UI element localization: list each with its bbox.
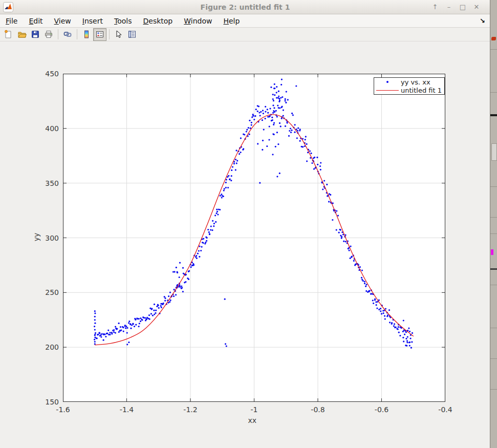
scatter-point	[225, 182, 227, 183]
scatter-point	[365, 290, 367, 292]
scatter-point	[410, 337, 412, 339]
scatter-point	[94, 323, 96, 324]
scatter-point	[120, 329, 122, 331]
menu-desktop[interactable]: Desktop	[138, 15, 179, 27]
scatter-point	[272, 94, 274, 95]
scatter-point	[239, 153, 240, 155]
insert-colorbar-button[interactable]	[80, 28, 93, 41]
property-editor-button[interactable]	[125, 28, 139, 41]
scatter-point	[272, 104, 274, 106]
scatter-point	[221, 197, 223, 198]
scatter-point	[223, 196, 224, 197]
scatter-point	[320, 169, 321, 170]
y-axis-label: yy	[32, 232, 40, 241]
scatter-point	[412, 332, 413, 334]
edit-plot-button[interactable]	[112, 28, 125, 41]
menu-view[interactable]: View	[49, 15, 77, 27]
scatter-point	[389, 322, 391, 323]
scatter-point	[163, 303, 164, 304]
maximize-window-button[interactable]: □	[458, 3, 467, 12]
scatter-point	[109, 334, 111, 335]
scatter-point	[190, 266, 192, 268]
scatter-point	[94, 339, 95, 340]
scatter-point	[196, 258, 198, 259]
background-red-mark	[491, 37, 496, 40]
scatter-point	[94, 312, 96, 314]
scatter-point	[288, 135, 290, 137]
legend-label: yy vs. xx	[401, 78, 430, 86]
scatter-point	[154, 313, 155, 315]
scatter-point	[276, 86, 277, 88]
figure-window: Figure 2: untitled fit 1 ↑–□✕ FileEditVi…	[0, 0, 491, 448]
scatter-point	[211, 229, 213, 231]
y-tick-label: 150	[38, 398, 59, 406]
scatter-point	[343, 241, 344, 242]
scatter-point	[113, 331, 115, 333]
close-window-button[interactable]: ✕	[472, 3, 481, 12]
scatter-point	[205, 242, 206, 243]
scatter-point	[223, 190, 225, 191]
print-figure-button[interactable]	[42, 28, 55, 41]
minimize-window-button[interactable]: –	[444, 3, 453, 12]
scatter-point	[111, 333, 113, 334]
insert-legend-icon	[95, 30, 104, 39]
new-figure-button[interactable]	[2, 28, 15, 41]
scatter-point	[154, 304, 155, 305]
scatter-point	[94, 336, 96, 338]
scatter-point	[176, 267, 177, 268]
scatter-point	[214, 215, 216, 216]
scatter-point	[380, 308, 381, 309]
scatter-point	[94, 343, 96, 345]
dock-figure-icon[interactable]: ↘	[480, 17, 485, 25]
scatter-point	[249, 134, 250, 135]
scatter-point	[375, 301, 377, 303]
scatter-point	[361, 277, 362, 279]
scatter-point	[406, 340, 408, 342]
scatter-point	[294, 124, 296, 125]
x-axis-label: xx	[248, 416, 257, 424]
scatter-point	[279, 173, 280, 174]
insert-legend-button[interactable]	[93, 28, 106, 41]
insert-colorbar-icon	[82, 30, 91, 39]
background-dark-tick	[490, 114, 497, 116]
menu-edit[interactable]: Edit	[23, 15, 48, 27]
save-figure-button[interactable]	[29, 28, 42, 41]
menu-window[interactable]: Window	[178, 15, 218, 27]
scatter-point	[291, 130, 292, 131]
link-plot-button[interactable]	[61, 28, 74, 41]
scatter-point	[138, 318, 140, 319]
menu-tools[interactable]: Tools	[109, 15, 138, 27]
background-strip-line	[490, 233, 497, 234]
plot-axes[interactable]	[63, 74, 445, 402]
scatter-point	[277, 97, 279, 99]
legend[interactable]: yy vs. xx untitled fit 1	[374, 77, 445, 95]
scatter-point	[287, 99, 289, 100]
background-strip-line	[490, 217, 497, 218]
scatter-point	[199, 256, 200, 258]
raise-window-button[interactable]: ↑	[430, 3, 440, 12]
scatter-point	[364, 281, 365, 282]
scatter-point	[276, 116, 278, 117]
scatter-point	[262, 110, 264, 111]
menu-help[interactable]: Help	[218, 15, 245, 27]
scatter-point	[381, 313, 382, 314]
scatter-point	[215, 212, 217, 214]
scatter-point	[188, 279, 189, 280]
scatter-point	[410, 347, 412, 349]
scatter-point	[210, 229, 211, 230]
scatter-point	[267, 112, 269, 114]
scatter-point	[144, 317, 146, 318]
menu-insert[interactable]: Insert	[77, 15, 109, 27]
scatter-point	[280, 97, 282, 98]
x-tick-label: -0.6	[372, 406, 392, 414]
scatter-point	[265, 106, 266, 108]
open-file-button[interactable]	[15, 28, 29, 41]
scatter-point	[281, 106, 283, 108]
menu-file[interactable]: File	[0, 15, 23, 27]
scatter-point	[235, 159, 236, 160]
scatter-point	[272, 112, 274, 114]
scatter-point	[338, 232, 340, 233]
scatter-point	[262, 119, 263, 121]
scatter-point	[235, 169, 236, 170]
scatter-point	[160, 305, 162, 307]
